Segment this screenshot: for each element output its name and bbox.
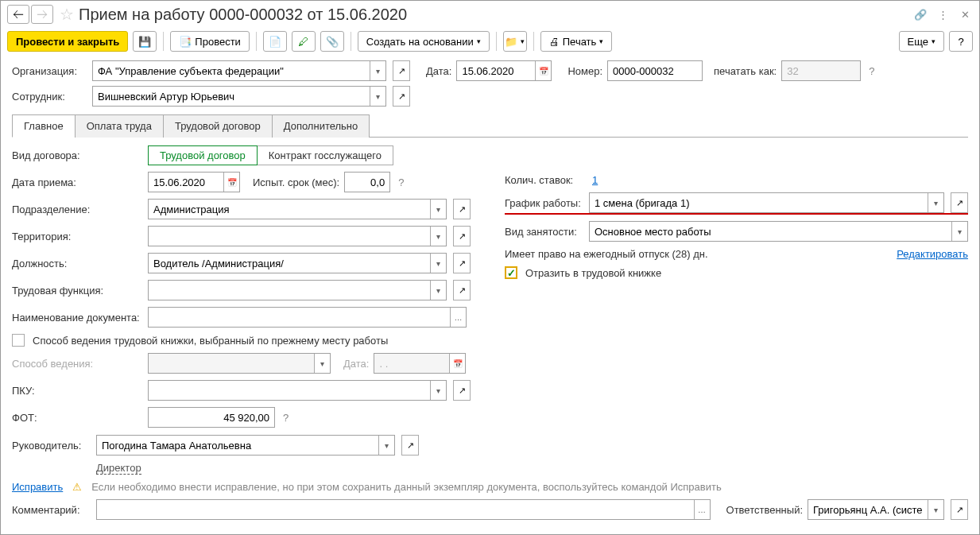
method-dropdown[interactable]: ▾	[314, 354, 330, 373]
submit-button[interactable]: 📑Провести	[170, 31, 250, 52]
favorite-icon[interactable]: ☆	[60, 5, 74, 24]
vacation-text: Имеет право на ежегодный отпуск (28) дн.	[505, 248, 708, 260]
org-input[interactable]	[93, 61, 370, 80]
contract-type-labor[interactable]: Трудовой договор	[148, 145, 258, 165]
doc-button[interactable]: 📄	[263, 31, 287, 52]
help-button[interactable]: ?	[949, 31, 973, 52]
help-icon[interactable]: ?	[398, 176, 404, 188]
responsible-open[interactable]: ↗	[951, 499, 968, 520]
tab-additional[interactable]: Дополнительно	[272, 114, 370, 138]
schedule-dropdown[interactable]: ▾	[928, 193, 943, 212]
schedule-open[interactable]: ↗	[951, 192, 968, 213]
fix-link[interactable]: Исправить	[12, 481, 63, 493]
reflect-checkbox[interactable]	[505, 266, 517, 279]
hire-date-label: Дата приема:	[12, 176, 143, 188]
comment-label: Комментарий:	[12, 504, 91, 516]
docname-label: Наименование документа:	[12, 312, 143, 324]
comment-input[interactable]	[97, 500, 694, 519]
refresh-button[interactable]: 📁▾	[503, 31, 527, 52]
pku-dropdown[interactable]: ▾	[430, 381, 446, 400]
docname-more[interactable]: …	[450, 308, 466, 327]
date-input[interactable]	[457, 61, 535, 80]
hire-date-picker[interactable]: 📅	[223, 173, 239, 192]
rates-label: Колич. ставок:	[505, 174, 584, 186]
territory-input[interactable]	[149, 227, 430, 246]
pku-open[interactable]: ↗	[453, 380, 471, 401]
position-dropdown[interactable]: ▾	[430, 254, 446, 273]
close-icon[interactable]: ✕	[957, 6, 973, 22]
submit-icon: 📑	[179, 36, 192, 48]
save-icon: 💾	[138, 36, 151, 48]
link-icon[interactable]: 🔗	[912, 6, 928, 22]
manager-position-link[interactable]: Директор	[96, 462, 141, 475]
structure-icon: 🖊	[298, 36, 308, 48]
docname-input[interactable]	[149, 308, 450, 327]
position-open[interactable]: ↗	[453, 253, 471, 273]
date-picker[interactable]: 📅	[535, 61, 551, 80]
separator	[496, 32, 497, 51]
pku-input[interactable]	[149, 381, 430, 400]
territory-dropdown[interactable]: ▾	[430, 227, 446, 246]
responsible-input[interactable]	[808, 500, 928, 519]
back-button[interactable]: 🡠	[7, 5, 29, 24]
employment-dropdown[interactable]: ▾	[951, 222, 967, 241]
save-button[interactable]: 💾	[133, 31, 157, 52]
responsible-dropdown[interactable]: ▾	[928, 500, 943, 519]
func-open[interactable]: ↗	[453, 280, 471, 300]
separator	[163, 32, 164, 51]
territory-open[interactable]: ↗	[453, 226, 471, 246]
contract-type-gov[interactable]: Контракт госслужащего	[257, 145, 393, 165]
structure-button[interactable]: 🖊	[292, 31, 316, 52]
dept-input[interactable]	[149, 200, 430, 219]
probation-input[interactable]	[345, 173, 389, 192]
forward-button[interactable]: 🡢	[31, 5, 53, 24]
org-open[interactable]: ↗	[393, 60, 410, 81]
func-input[interactable]	[149, 281, 430, 300]
tab-pay[interactable]: Оплата труда	[75, 114, 164, 138]
reflect-label: Отразить в трудовой книжке	[525, 267, 661, 279]
help-icon[interactable]: ?	[869, 65, 874, 77]
rates-link[interactable]: 1	[592, 174, 598, 186]
schedule-input[interactable]	[590, 193, 928, 212]
org-dropdown[interactable]: ▾	[370, 61, 385, 80]
position-input[interactable]	[149, 254, 430, 273]
vacation-edit-link[interactable]: Редактировать	[897, 248, 968, 260]
separator	[256, 32, 257, 51]
star-icon: 📁	[505, 36, 517, 48]
help-icon[interactable]: ?	[283, 412, 289, 424]
employee-open[interactable]: ↗	[393, 86, 410, 107]
manager-label: Руководитель:	[12, 440, 91, 452]
method-date-label: Дата:	[343, 358, 369, 370]
tab-main[interactable]: Главное	[12, 114, 76, 138]
prev-method-checkbox[interactable]	[12, 334, 25, 347]
print-button[interactable]: 🖨 Печать ▾	[540, 31, 613, 52]
territory-label: Территория:	[12, 231, 143, 242]
dept-dropdown[interactable]: ▾	[430, 200, 446, 219]
printer-icon: 🖨	[549, 36, 560, 48]
fot-input[interactable]	[149, 408, 274, 427]
manager-open[interactable]: ↗	[401, 435, 419, 456]
warning-icon: ⚠	[72, 481, 82, 493]
dept-label: Подразделение:	[12, 204, 143, 215]
responsible-label: Ответственный:	[726, 504, 803, 516]
dept-open[interactable]: ↗	[453, 199, 471, 219]
number-input[interactable]	[608, 61, 702, 80]
func-label: Трудовая функция:	[12, 285, 143, 297]
menu-icon[interactable]: ⋮	[935, 6, 951, 22]
manager-input[interactable]	[97, 436, 378, 455]
employee-dropdown[interactable]: ▾	[370, 87, 385, 106]
comment-more[interactable]: …	[694, 500, 710, 519]
func-dropdown[interactable]: ▾	[430, 281, 446, 300]
more-button[interactable]: Еще ▾	[899, 31, 944, 52]
attach-button[interactable]: 📎	[320, 31, 344, 52]
tab-contract[interactable]: Трудовой договор	[163, 114, 273, 138]
submit-close-button[interactable]: Провести и закрыть	[7, 31, 128, 52]
method-date-input	[374, 354, 449, 373]
method-input	[149, 354, 314, 373]
method-date-picker[interactable]: 📅	[449, 354, 465, 373]
manager-dropdown[interactable]: ▾	[378, 436, 394, 455]
employment-input[interactable]	[590, 222, 951, 241]
employee-input[interactable]	[93, 87, 370, 106]
create-based-button[interactable]: Создать на основании ▾	[358, 31, 490, 52]
hire-date-input[interactable]	[149, 173, 223, 192]
